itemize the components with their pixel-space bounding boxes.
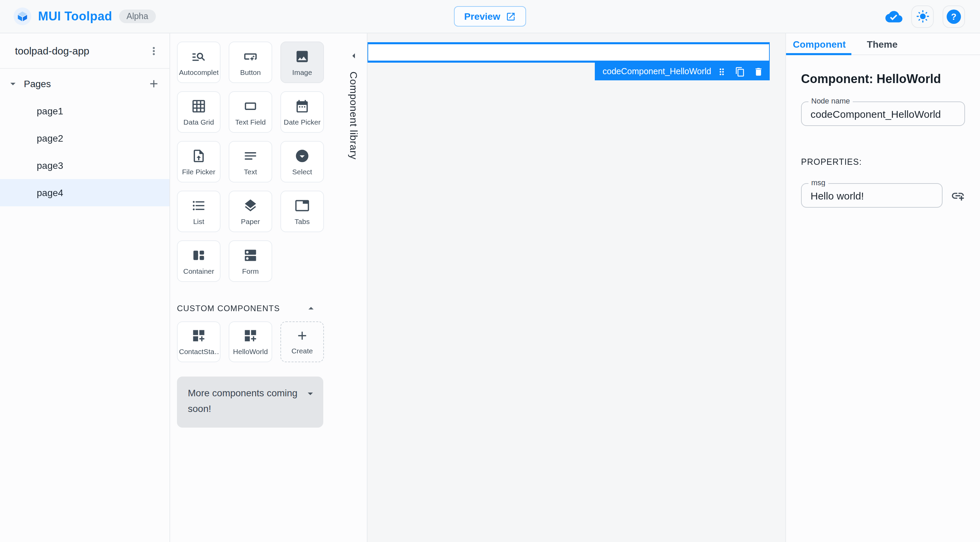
top-bar: MUI Toolpad Alpha Preview — [0, 0, 980, 33]
library-rail: Component library — [348, 50, 360, 160]
drag-indicator-icon — [717, 66, 727, 77]
main-layout: toolpad-dog-app Pages — [0, 33, 980, 542]
sidebar-item-page2[interactable]: page2 — [0, 124, 169, 152]
component-card-image[interactable]: Image — [280, 41, 324, 83]
copy-icon — [735, 66, 745, 77]
page-label: page1 — [37, 105, 63, 116]
chevron-up-icon — [305, 302, 317, 314]
more-vert-icon — [148, 45, 160, 57]
create-component-card[interactable]: Create — [280, 321, 324, 362]
app-title: MUI Toolpad — [38, 9, 112, 24]
custom-card-helloworld[interactable]: HelloWorld — [229, 321, 272, 362]
bind-property-button[interactable] — [951, 188, 965, 202]
node-name-input[interactable] — [802, 102, 964, 125]
preview-button[interactable]: Preview — [454, 6, 526, 27]
drag-handle[interactable] — [717, 66, 727, 77]
sidebar-item-page1[interactable]: page1 — [0, 97, 169, 124]
page-label: page3 — [37, 160, 63, 171]
component-card-autocomplete[interactable]: Autocomplete — [177, 41, 221, 83]
light-mode-icon — [916, 10, 929, 23]
app-name-row: toolpad-dog-app — [0, 33, 169, 69]
component-card-label: Text Field — [235, 118, 266, 126]
component-card-text[interactable]: Text — [229, 141, 272, 182]
add-page-button[interactable] — [148, 78, 160, 90]
editor-canvas[interactable]: codeComponent_HelloWorld — [368, 33, 785, 542]
autocomplete-icon — [191, 49, 206, 64]
container-icon — [191, 247, 206, 263]
component-card-label: HelloWorld — [233, 347, 268, 355]
app-menu-button[interactable] — [148, 45, 160, 57]
msg-property-row: msg — [801, 183, 965, 208]
selected-node-label: codeComponent_HelloWorld — [603, 67, 711, 76]
component-card-label: Date Picker — [284, 118, 321, 126]
component-heading: Component: HelloWorld — [801, 72, 965, 86]
explorer-sidebar: toolpad-dog-app Pages — [0, 33, 170, 542]
arrow-left-icon — [348, 50, 360, 62]
library-rail-title: Component library — [348, 72, 360, 160]
tab-component[interactable]: Component — [793, 38, 846, 49]
component-card-label: Container — [183, 266, 214, 275]
component-card-label: Button — [240, 68, 261, 76]
smart-button-icon — [243, 49, 258, 64]
component-card-date-picker[interactable]: Date Picker — [280, 91, 324, 133]
component-card-button[interactable]: Button — [229, 41, 272, 83]
image-icon — [295, 49, 310, 64]
msg-field-label: msg — [808, 179, 828, 187]
text-field-icon — [243, 99, 258, 113]
mui-toolpad-logo-icon — [14, 8, 31, 25]
text-lines-icon — [243, 148, 258, 163]
tab-theme[interactable]: Theme — [867, 38, 898, 49]
component-card-data-grid[interactable]: Data Grid — [177, 91, 221, 133]
chevron-down-icon — [7, 78, 19, 90]
collapse-library-button[interactable] — [348, 50, 360, 62]
component-card-label: Text — [244, 167, 257, 175]
component-card-label: Autocomplete — [179, 68, 218, 76]
plus-icon — [295, 329, 309, 343]
dashboard-customize-icon — [191, 328, 206, 343]
topbar-actions: ? — [885, 5, 965, 27]
add-link-icon — [951, 188, 965, 202]
calendar-icon — [295, 99, 310, 113]
duplicate-node-button[interactable] — [735, 66, 745, 77]
theme-toggle-button[interactable] — [911, 5, 934, 27]
sidebar-item-page4[interactable]: page4 — [0, 179, 169, 206]
sidebar-item-page3[interactable]: page3 — [0, 152, 169, 179]
component-card-container[interactable]: Container — [177, 240, 221, 282]
msg-input[interactable] — [802, 184, 942, 207]
delete-node-button[interactable] — [753, 66, 764, 77]
app-name: toolpad-dog-app — [15, 45, 89, 56]
custom-components-label: CUSTOM COMPONENTS — [177, 304, 305, 313]
custom-card-contactsta[interactable]: ContactSta… — [177, 321, 221, 362]
trash-icon — [753, 66, 764, 77]
plus-icon — [148, 78, 160, 90]
more-components-note[interactable]: More components coming soon! — [177, 376, 323, 427]
component-card-select[interactable]: Select — [280, 141, 324, 182]
custom-components-header[interactable]: CUSTOM COMPONENTS — [177, 302, 317, 314]
upload-file-icon — [191, 148, 206, 163]
component-card-list[interactable]: List — [177, 191, 221, 232]
component-card-grid: Autocomplete Button Image — [170, 33, 324, 282]
chevron-down-icon — [304, 387, 317, 400]
component-card-tabs[interactable]: Tabs — [280, 191, 324, 232]
component-card-form[interactable]: Form — [229, 240, 272, 282]
page-label: page2 — [37, 133, 63, 143]
component-card-label: ContactSta… — [179, 347, 218, 355]
component-card-file-picker[interactable]: File Picker — [177, 141, 221, 182]
open-in-new-icon — [506, 11, 516, 21]
brand: MUI Toolpad Alpha — [14, 8, 156, 25]
pages-tree-header[interactable]: Pages — [0, 70, 169, 97]
inspector-tabs: Component Theme — [786, 33, 980, 55]
component-card-label: Image — [292, 68, 312, 76]
page-label: page4 — [37, 187, 63, 198]
help-button[interactable]: ? — [943, 5, 965, 27]
help-icon: ? — [947, 9, 961, 24]
preview-button-label: Preview — [464, 11, 500, 22]
custom-component-grid: ContactSta… HelloWorld Create — [170, 314, 324, 362]
selected-component-outline[interactable] — [368, 42, 770, 63]
grid-icon — [191, 99, 206, 113]
bulleted-list-icon — [191, 198, 206, 213]
component-card-text-field[interactable]: Text Field — [229, 91, 272, 133]
component-card-label: Tabs — [295, 217, 310, 225]
layers-icon — [243, 198, 258, 213]
component-card-paper[interactable]: Paper — [229, 191, 272, 232]
